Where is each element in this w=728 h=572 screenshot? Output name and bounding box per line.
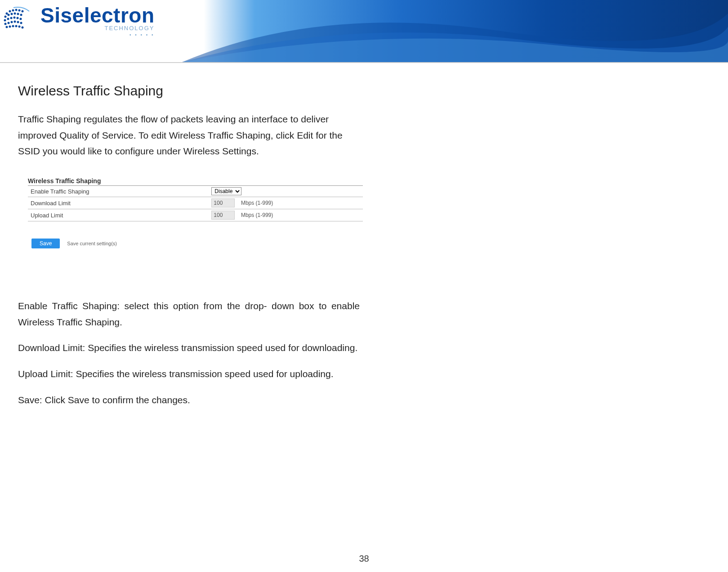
svg-point-22 xyxy=(17,21,19,23)
page-content: Wireless Traffic Shaping Traffic Shaping… xyxy=(0,63,728,408)
label-enable: Enable Traffic Shaping xyxy=(28,186,209,197)
svg-point-14 xyxy=(10,17,13,19)
svg-point-28 xyxy=(18,26,21,28)
row-enable-traffic-shaping: Enable Traffic Shaping Disable xyxy=(28,186,363,197)
definitions-block: Enable Traffic Shaping: select this opti… xyxy=(18,298,360,408)
svg-point-3 xyxy=(15,9,18,11)
svg-point-4 xyxy=(18,9,21,12)
svg-point-18 xyxy=(4,23,7,25)
globe-icon xyxy=(0,2,36,38)
section-title: Wireless Traffic Shaping xyxy=(18,83,710,99)
def-save: Save: Click Save to confirm the changes. xyxy=(18,392,360,408)
svg-point-20 xyxy=(11,21,13,23)
svg-point-12 xyxy=(4,19,6,22)
svg-point-17 xyxy=(20,18,22,20)
intro-paragraph: Traffic Shaping regulates the flow of pa… xyxy=(18,111,351,159)
def-enable: Enable Traffic Shaping: select this opti… xyxy=(18,298,360,330)
svg-point-1 xyxy=(9,10,11,13)
svg-point-23 xyxy=(20,22,22,24)
svg-point-15 xyxy=(13,17,16,19)
label-upload: Upload Limit xyxy=(28,209,209,221)
svg-point-24 xyxy=(6,26,8,28)
svg-point-13 xyxy=(7,18,9,20)
svg-point-0 xyxy=(6,13,8,15)
save-button[interactable]: Save xyxy=(31,239,60,248)
svg-point-19 xyxy=(8,22,10,24)
svg-point-21 xyxy=(14,21,16,23)
svg-point-26 xyxy=(12,25,14,27)
svg-point-8 xyxy=(11,13,13,15)
download-unit: Mbps (1-999) xyxy=(237,200,273,206)
upload-unit: Mbps (1-999) xyxy=(237,212,273,218)
screenshot-panel-title: Wireless Traffic Shaping xyxy=(28,177,363,185)
svg-point-10 xyxy=(17,13,19,15)
settings-screenshot: Wireless Traffic Shaping Enable Traffic … xyxy=(28,177,363,248)
svg-point-6 xyxy=(4,16,7,18)
svg-point-25 xyxy=(9,26,11,28)
save-row: Save Save current setting(s) xyxy=(28,239,363,248)
download-limit-input[interactable] xyxy=(211,198,235,207)
svg-point-11 xyxy=(20,14,22,16)
svg-point-5 xyxy=(22,10,24,13)
brand-subtitle: TECHNOLOGY xyxy=(40,25,155,32)
save-hint: Save current setting(s) xyxy=(67,241,117,246)
svg-point-7 xyxy=(8,14,10,16)
upload-limit-input[interactable] xyxy=(211,211,235,220)
banner-curves xyxy=(182,0,728,62)
svg-point-29 xyxy=(22,27,24,29)
brand-dots: • • • • • xyxy=(40,32,155,37)
row-download-limit: Download Limit Mbps (1-999) xyxy=(28,197,363,209)
label-download: Download Limit xyxy=(28,197,209,209)
brand-name: Siselectron xyxy=(40,3,155,27)
def-download: Download Limit: Specifies the wireless t… xyxy=(18,340,360,356)
row-upload-limit: Upload Limit Mbps (1-999) xyxy=(28,209,363,221)
svg-point-27 xyxy=(15,25,18,27)
logo-area: Siselectron TECHNOLOGY • • • • • xyxy=(0,2,155,38)
enable-traffic-shaping-select[interactable]: Disable xyxy=(211,187,241,195)
svg-point-9 xyxy=(14,13,16,15)
svg-point-2 xyxy=(12,9,14,12)
header-banner: Siselectron TECHNOLOGY • • • • • xyxy=(0,0,728,63)
def-upload: Upload Limit: Specifies the wireless tra… xyxy=(18,366,360,382)
settings-table: Enable Traffic Shaping Disable Download … xyxy=(28,185,363,221)
svg-point-16 xyxy=(17,17,19,19)
page-number: 38 xyxy=(0,554,728,564)
